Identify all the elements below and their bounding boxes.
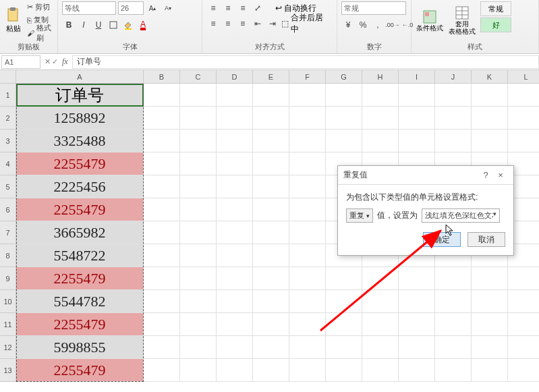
row-header-2[interactable]: 2 (0, 107, 16, 130)
row-header-12[interactable]: 12 (0, 336, 16, 359)
cell-L12[interactable] (508, 336, 539, 359)
format-painter-button[interactable]: 🖌格式刷 (26, 27, 53, 38)
increase-font-button[interactable]: A▴ (146, 1, 159, 15)
cell-C10[interactable] (180, 290, 217, 313)
cell-C13[interactable] (180, 359, 217, 382)
cell-L9[interactable] (508, 267, 539, 290)
value-type-select[interactable]: 重复 ▾ (346, 208, 373, 223)
cell-I3[interactable] (399, 130, 435, 152)
cell-D8[interactable] (217, 244, 253, 267)
cell-D6[interactable] (217, 198, 253, 221)
cell-J12[interactable] (435, 336, 472, 359)
cell-C4[interactable] (180, 152, 217, 175)
cell-F7[interactable] (289, 221, 326, 244)
cell-C3[interactable] (180, 130, 217, 152)
cell-B8[interactable] (144, 244, 180, 267)
cell-F13[interactable] (289, 359, 326, 382)
cell-C9[interactable] (180, 267, 217, 290)
fx-icon[interactable]: fx (62, 57, 68, 67)
cell-E10[interactable] (253, 290, 289, 313)
cell-A9[interactable]: 2255479 (16, 267, 144, 290)
cell-K3[interactable] (472, 130, 508, 152)
cell-B10[interactable] (144, 290, 180, 313)
cell-D13[interactable] (217, 359, 253, 382)
cell-E6[interactable] (253, 198, 289, 221)
cell-H3[interactable] (362, 130, 399, 152)
cell-C12[interactable] (180, 336, 217, 359)
cell-L10[interactable] (508, 290, 539, 313)
cell-K11[interactable] (472, 313, 508, 336)
cell-I11[interactable] (399, 313, 435, 336)
paste-button[interactable]: 粘贴 (4, 1, 23, 39)
cell-D2[interactable] (217, 107, 253, 130)
cell-A3[interactable]: 3325488 (16, 130, 144, 152)
row-header-1[interactable]: 1 (0, 84, 16, 107)
cell-F9[interactable] (289, 267, 326, 290)
cell-E3[interactable] (253, 130, 289, 152)
row-header-7[interactable]: 7 (0, 221, 16, 244)
row-header-10[interactable]: 10 (0, 290, 16, 313)
cell-H12[interactable] (362, 336, 399, 359)
cell-G12[interactable] (326, 336, 362, 359)
cell-E11[interactable] (253, 313, 289, 336)
decrease-font-button[interactable]: A▾ (161, 1, 175, 15)
cell-E7[interactable] (253, 221, 289, 244)
cell-A5[interactable]: 2225456 (16, 175, 144, 198)
cell-L1[interactable] (508, 84, 539, 107)
row-header-5[interactable]: 5 (0, 175, 16, 198)
format-as-table-button[interactable]: 套用 表格格式 (448, 1, 476, 39)
cell-B2[interactable] (144, 107, 180, 130)
cell-C6[interactable] (180, 198, 217, 221)
cell-F12[interactable] (289, 336, 326, 359)
cell-J2[interactable] (435, 107, 472, 130)
cell-A6[interactable]: 2255479 (16, 198, 144, 221)
indent-inc-button[interactable]: ⇥ (266, 17, 279, 30)
cell-G13[interactable] (326, 359, 362, 382)
cell-B4[interactable] (144, 152, 180, 175)
cancel-button[interactable]: 取消 (467, 232, 505, 247)
cell-L3[interactable] (508, 130, 539, 152)
cell-A13[interactable]: 2255479 (16, 359, 144, 382)
col-header-L[interactable]: L (508, 70, 539, 84)
indent-dec-button[interactable]: ⇤ (251, 17, 264, 30)
col-header-K[interactable]: K (472, 70, 508, 84)
cell-J9[interactable] (435, 267, 472, 290)
cell-K12[interactable] (472, 336, 508, 359)
cell-D1[interactable] (217, 84, 253, 107)
cell-K1[interactable] (472, 84, 508, 107)
col-header-A[interactable]: A (16, 70, 144, 84)
orientation-button[interactable]: ⤢ (251, 1, 264, 15)
row-header-8[interactable]: 8 (0, 244, 16, 267)
cell-C8[interactable] (180, 244, 217, 267)
cell-B5[interactable] (144, 175, 180, 198)
border-button[interactable] (107, 18, 120, 32)
row-header-6[interactable]: 6 (0, 198, 16, 221)
dialog-close-button[interactable]: × (493, 170, 508, 180)
cell-E5[interactable] (253, 175, 289, 198)
number-format-select[interactable] (341, 1, 406, 15)
cell-H10[interactable] (362, 290, 399, 313)
col-header-H[interactable]: H (362, 70, 399, 84)
cell-C2[interactable] (180, 107, 217, 130)
cell-B3[interactable] (144, 130, 180, 152)
merge-button[interactable]: ⬚合并后居中 (280, 18, 333, 30)
cell-C7[interactable] (180, 221, 217, 244)
italic-button[interactable]: I (77, 18, 90, 32)
cell-F1[interactable] (289, 84, 326, 107)
cell-I1[interactable] (399, 84, 435, 107)
cell-B11[interactable] (144, 313, 180, 336)
cell-J11[interactable] (435, 313, 472, 336)
col-header-D[interactable]: D (217, 70, 253, 84)
style-normal[interactable]: 常规 (480, 1, 511, 16)
col-header-G[interactable]: G (326, 70, 362, 84)
cell-D12[interactable] (217, 336, 253, 359)
align-top-button[interactable]: ≡ (206, 1, 220, 15)
cell-A12[interactable]: 5998855 (16, 336, 144, 359)
conditional-format-button[interactable]: 条件格式 (416, 1, 444, 39)
cell-A8[interactable]: 5548722 (16, 244, 144, 267)
align-middle-button[interactable]: ≡ (221, 1, 235, 15)
cell-A11[interactable]: 2255479 (16, 313, 144, 336)
cell-I13[interactable] (399, 359, 435, 382)
currency-button[interactable]: ¥ (341, 18, 355, 32)
row-header-9[interactable]: 9 (0, 267, 16, 290)
